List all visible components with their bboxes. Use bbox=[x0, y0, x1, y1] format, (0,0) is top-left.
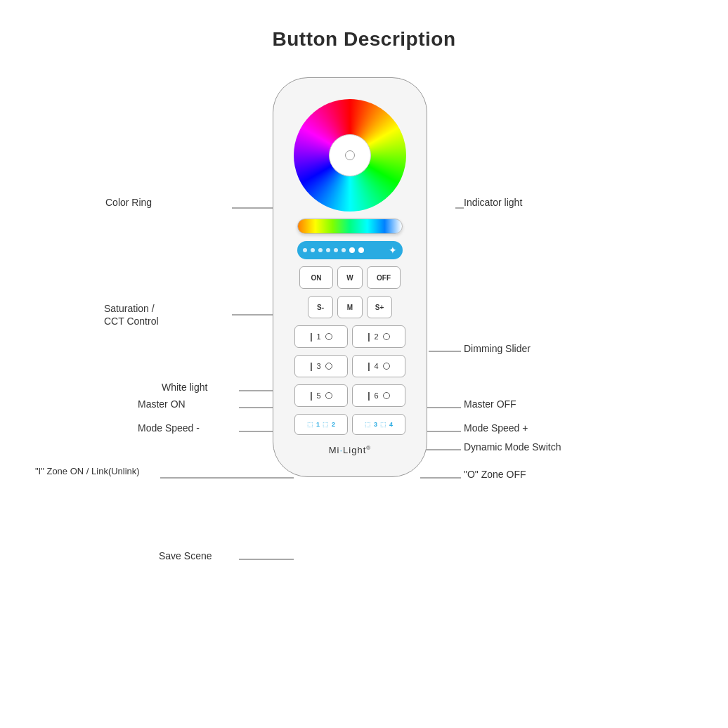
zone-3-button[interactable]: | 3 bbox=[294, 355, 348, 377]
scene-button-row: ⬚ 1 ⬚ 2 ⬚ 3 ⬚ 4 bbox=[294, 414, 405, 435]
scene-1-button[interactable]: ⬚ 1 ⬚ 2 bbox=[294, 414, 348, 435]
mode-speed-plus-button[interactable]: S+ bbox=[367, 296, 392, 318]
remote-control: ✦ ON W OFF S- M S+ | 1 | 2 | 3 | bbox=[273, 77, 427, 477]
scene-4-label: 4 bbox=[389, 421, 393, 428]
dimming-dot-7 bbox=[349, 247, 355, 253]
label-indicator-light: Indicator light bbox=[464, 197, 522, 208]
zone-4-button[interactable]: | 4 bbox=[352, 355, 405, 377]
scene-4-icon: ⬚ bbox=[380, 421, 386, 428]
zone-6-button[interactable]: | 6 bbox=[352, 384, 405, 407]
scene-2-icon: ⬚ bbox=[323, 421, 329, 428]
label-save-scene: Save Scene bbox=[159, 550, 212, 561]
label-color-ring: Color Ring bbox=[105, 197, 152, 208]
label-dimming-slider: Dimming Slider bbox=[464, 343, 531, 354]
scene-3-icon: ⬚ bbox=[365, 421, 371, 428]
label-master-on: Master ON bbox=[138, 398, 186, 410]
mode-speed-minus-button[interactable]: S- bbox=[308, 296, 333, 318]
scene-2-button[interactable]: ⬚ 3 ⬚ 4 bbox=[352, 414, 405, 435]
dimming-dot-2 bbox=[311, 248, 315, 252]
dimming-dot-8 bbox=[358, 247, 364, 253]
brand-label: Mi·Light® bbox=[329, 445, 371, 455]
label-dynamic-mode-switch: Dynamic Mode Switch bbox=[464, 441, 561, 453]
sun-icon: ✦ bbox=[389, 245, 397, 256]
label-white-light: White light bbox=[162, 382, 207, 393]
power-button-row: ON W OFF bbox=[299, 266, 401, 289]
label-saturation-cct: Saturation /CCT Control bbox=[104, 302, 159, 327]
dimming-dot-1 bbox=[303, 248, 307, 252]
scene-3-label: 3 bbox=[374, 421, 377, 428]
scene-1-label: 1 bbox=[316, 421, 320, 428]
dimming-slider[interactable]: ✦ bbox=[297, 241, 403, 259]
scene-2-label: 2 bbox=[332, 421, 335, 428]
color-wheel[interactable] bbox=[294, 99, 406, 212]
mode-switch-button[interactable]: M bbox=[337, 296, 363, 318]
label-zone-off: "O" Zone OFF bbox=[464, 469, 526, 480]
zone-row-56: | 5 | 6 bbox=[294, 384, 405, 407]
zone-row-34: | 3 | 4 bbox=[294, 355, 405, 377]
zone-row-12: | 1 | 2 bbox=[294, 325, 405, 348]
master-on-button[interactable]: ON bbox=[299, 266, 333, 289]
zone-2-button[interactable]: | 2 bbox=[352, 325, 405, 348]
label-master-off: Master OFF bbox=[464, 398, 516, 410]
label-mode-speed-minus: Mode Speed - bbox=[138, 422, 200, 434]
dimming-dot-4 bbox=[326, 248, 330, 252]
label-zone-on-link: "I" Zone ON / Link(Unlink) bbox=[35, 466, 140, 476]
master-off-button[interactable]: OFF bbox=[367, 266, 401, 289]
zone-1-button[interactable]: | 1 bbox=[294, 325, 348, 348]
zone-5-button[interactable]: | 5 bbox=[294, 384, 348, 407]
dimming-dot-3 bbox=[318, 248, 323, 252]
page-title: Button Description bbox=[0, 0, 728, 51]
dimming-dot-6 bbox=[342, 248, 346, 252]
dimming-dot-5 bbox=[334, 248, 338, 252]
mode-button-row: S- M S+ bbox=[308, 296, 392, 318]
label-mode-speed-plus: Mode Speed + bbox=[464, 422, 528, 434]
scene-1-icon: ⬚ bbox=[307, 421, 313, 428]
saturation-cct-bar[interactable] bbox=[297, 219, 403, 234]
white-light-button[interactable]: W bbox=[337, 266, 363, 289]
